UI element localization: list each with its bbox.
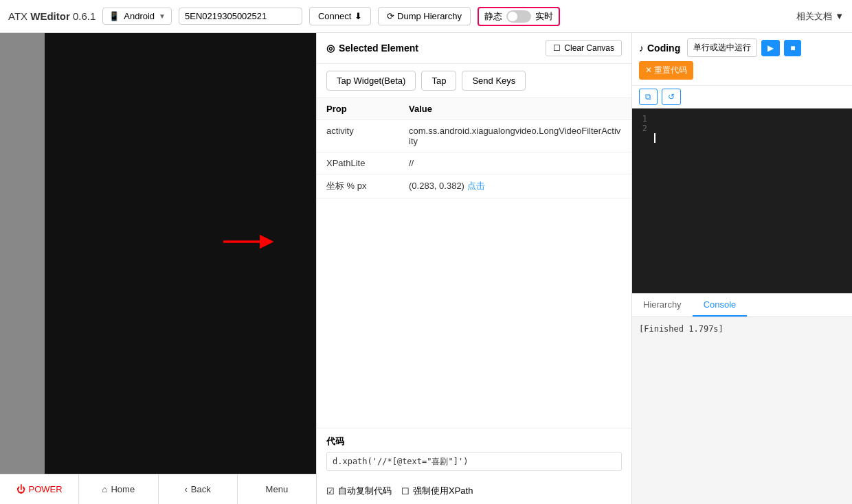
- value-xpathlite: //: [399, 152, 631, 174]
- element-icon: ◎: [326, 43, 335, 54]
- connect-label: Connect: [318, 11, 351, 21]
- code-section: 代码: [317, 428, 631, 478]
- value-column-header: Value: [399, 98, 631, 120]
- back-icon: ‹: [185, 484, 188, 494]
- value-coordinates: (0.283, 0.382) 点击: [399, 174, 631, 198]
- cursor-line: [654, 133, 847, 143]
- clear-canvas-label: Clear Canvas: [564, 43, 614, 53]
- play-button[interactable]: ▶: [761, 40, 780, 56]
- code-content[interactable]: [654, 114, 847, 288]
- mode-toggle-group: 静态 实时: [478, 7, 560, 26]
- reset-icon: ✕: [645, 65, 652, 75]
- static-label: 静态: [484, 10, 502, 23]
- right-panel: ♪ Coding 单行或选中运行 ▶ ■ ✕ 重置代码 ⧉ ↺: [632, 33, 852, 504]
- docs-label: 相关文档: [796, 10, 832, 23]
- checkbox1-icon: ☑: [326, 486, 335, 496]
- coding-header: ♪ Coding 单行或选中运行 ▶ ■ ✕ 重置代码: [632, 33, 852, 86]
- props-table: Prop Value activity com.ss.android.xiagu…: [317, 98, 631, 428]
- home-label: Home: [111, 484, 135, 494]
- prop-coordinates: 坐标 % px: [317, 174, 399, 198]
- device-selector[interactable]: 📱 Android ▼: [102, 8, 172, 25]
- home-icon: ⌂: [102, 484, 108, 494]
- clear-icon: ☐: [553, 43, 561, 53]
- bottom-tabs: Hierarchy Console: [632, 293, 852, 317]
- device-label: Android: [124, 11, 155, 21]
- reset-code-button[interactable]: ✕ 重置代码: [639, 61, 693, 80]
- main-layout: ⏻ POWER ⌂ Home ‹ Back Menu ◎ Selected El…: [0, 33, 852, 504]
- app-logo: ATX WEditor 0.6.1: [8, 10, 96, 22]
- dump-label: ⟳ Dump Hierarchy: [387, 11, 462, 21]
- prop-column-header: Prop: [317, 98, 399, 120]
- device-panel: ⏻ POWER ⌂ Home ‹ Back Menu: [0, 33, 316, 504]
- copy-button[interactable]: ⧉: [639, 89, 658, 105]
- line-numbers: 1 2: [638, 114, 654, 288]
- home-button[interactable]: ⌂ Home: [79, 474, 158, 504]
- cursor: [654, 133, 655, 143]
- console-output: [Finished 1.797s]: [639, 324, 724, 334]
- prop-xpathlite: XPathLite: [317, 152, 399, 174]
- auto-copy-checkbox[interactable]: ☑ 自动复制代码: [326, 485, 392, 497]
- serial-input[interactable]: [179, 8, 302, 25]
- checkbox-row: ☑ 自动复制代码 ☐ 强制使用XPath: [317, 478, 631, 504]
- clear-canvas-button[interactable]: ☐ Clear Canvas: [546, 40, 622, 56]
- code-editor-inner: 1 2: [638, 114, 847, 288]
- copy-icon: ⧉: [645, 92, 651, 102]
- checkbox2-icon: ☐: [401, 486, 410, 496]
- properties-panel: ◎ Selected Element ☐ Clear Canvas Tap Wi…: [316, 33, 632, 504]
- click-link[interactable]: 点击: [467, 181, 485, 191]
- coding-toolbar-row2: ⧉ ↺: [632, 86, 852, 108]
- stop-icon: ■: [790, 43, 795, 53]
- tab-hierarchy[interactable]: Hierarchy: [632, 294, 693, 317]
- play-icon: ▶: [767, 43, 774, 53]
- dump-hierarchy-button[interactable]: ⟳ Dump Hierarchy: [378, 7, 471, 25]
- auto-copy-label: 自动复制代码: [338, 485, 392, 497]
- power-button[interactable]: ⏻ POWER: [0, 474, 79, 504]
- connect-icon: ⬇: [355, 11, 362, 21]
- code-input[interactable]: [326, 452, 622, 471]
- props-header: ◎ Selected Element ☐ Clear Canvas: [317, 33, 631, 64]
- table-row: 坐标 % px (0.283, 0.382) 点击: [317, 174, 631, 198]
- prop-activity: activity: [317, 120, 399, 152]
- phone-icon: 📱: [109, 11, 120, 21]
- gray-strip: [0, 33, 45, 474]
- device-screen[interactable]: [0, 33, 316, 474]
- table-row: XPathLite //: [317, 152, 631, 174]
- props-actions: Tap Widget(Beta) Tap Send Keys: [317, 64, 631, 98]
- tap-button[interactable]: Tap: [421, 71, 456, 91]
- table-row: activity com.ss.android.xiagualongvideo.…: [317, 120, 631, 152]
- music-icon: ♪: [639, 43, 644, 54]
- code-label: 代码: [326, 435, 622, 448]
- mode-toggle-switch[interactable]: [506, 10, 531, 23]
- run-selected-button[interactable]: 单行或选中运行: [687, 38, 757, 57]
- redo-icon: ↺: [668, 92, 675, 102]
- back-button[interactable]: ‹ Back: [159, 474, 238, 504]
- connect-button[interactable]: Connect ⬇: [309, 7, 371, 25]
- power-icon: ⏻: [16, 484, 25, 494]
- force-xpath-checkbox[interactable]: ☐ 强制使用XPath: [401, 485, 473, 497]
- chevron-down-icon: ▼: [159, 12, 166, 20]
- power-label: POWER: [29, 484, 63, 494]
- value-activity: com.ss.android.xiagualongvideo.LongVideo…: [399, 120, 631, 152]
- force-xpath-label: 强制使用XPath: [413, 485, 473, 497]
- tab-console[interactable]: Console: [693, 294, 748, 317]
- docs-chevron-icon: ▼: [835, 11, 844, 21]
- stop-button[interactable]: ■: [784, 40, 801, 56]
- menu-label: Menu: [266, 484, 289, 494]
- coding-title: ♪ Coding: [639, 43, 680, 54]
- redo-button[interactable]: ↺: [662, 89, 681, 105]
- menu-button[interactable]: Menu: [238, 474, 316, 504]
- back-label: Back: [191, 484, 211, 494]
- app-header: ATX WEditor 0.6.1 📱 Android ▼ Connect ⬇ …: [0, 0, 852, 33]
- screen-content[interactable]: [45, 33, 316, 474]
- console-area: [Finished 1.797s]: [632, 317, 852, 505]
- realtime-label: 实时: [535, 10, 553, 23]
- code-editor[interactable]: 1 2: [632, 108, 852, 293]
- send-keys-button[interactable]: Send Keys: [462, 71, 526, 91]
- tap-widget-button[interactable]: Tap Widget(Beta): [326, 71, 416, 91]
- docs-link[interactable]: 相关文档 ▼: [796, 10, 844, 23]
- props-title: ◎ Selected Element: [326, 43, 418, 54]
- device-bottom-bar: ⏻ POWER ⌂ Home ‹ Back Menu: [0, 474, 316, 504]
